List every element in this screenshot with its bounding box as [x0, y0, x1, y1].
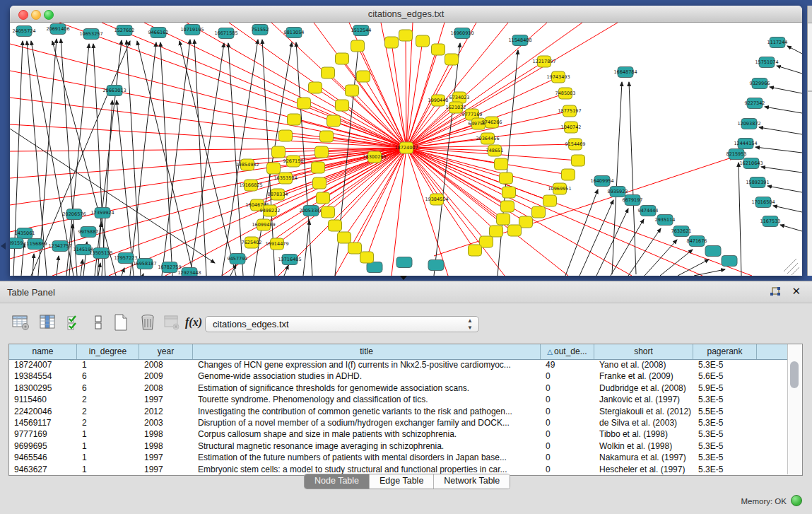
graph-node[interactable]: 2935114 — [655, 215, 676, 226]
network-window-titlebar[interactable]: citations_edges.txt — [10, 6, 802, 23]
graph-node[interactable]: 8215953 — [726, 149, 747, 160]
cell-pagerank[interactable]: 5.3E-5 — [693, 452, 757, 463]
cell-title[interactable]: Genome-wide association studies in ADHD. — [193, 370, 541, 382]
graph-node[interactable]: 39159 — [10, 238, 23, 249]
graph-node[interactable] — [288, 114, 301, 125]
new-table-icon[interactable] — [112, 313, 130, 332]
cell-title[interactable]: Investigating the contribution of common… — [193, 406, 541, 417]
graph-node[interactable]: 1512544 — [351, 25, 372, 36]
cell-out_de[interactable]: 0 — [541, 440, 594, 452]
graph-node[interactable] — [336, 100, 349, 111]
cell-out_de[interactable]: 0 — [541, 452, 594, 463]
cell-short[interactable]: Franke et al. (2009) — [594, 370, 693, 382]
graph-node[interactable] — [279, 130, 293, 141]
cell-title[interactable]: Changes of HCN gene expression and I(f) … — [193, 359, 541, 370]
graph-node[interactable] — [445, 54, 459, 65]
cell-in_degree[interactable]: 2 — [77, 394, 139, 405]
float-panel-icon[interactable] — [770, 286, 781, 298]
graph-node[interactable]: 20663013 — [102, 86, 126, 96]
cell-year[interactable]: 1997 — [139, 452, 193, 463]
cell-title[interactable]: Estimation of the future numbers of pati… — [193, 452, 541, 463]
graph-node[interactable]: 10969951 — [548, 183, 571, 194]
cell-in_degree[interactable]: 1 — [77, 428, 139, 440]
graph-node[interactable] — [351, 40, 365, 52]
cell-short[interactable]: Jankovic et al. (1997) — [594, 394, 693, 405]
column-header-title[interactable]: title — [193, 344, 541, 359]
graph-node[interactable]: 18775197 — [558, 105, 581, 117]
cell-year[interactable]: 1998 — [139, 428, 193, 440]
graph-node[interactable]: 7632621 — [671, 226, 692, 237]
graph-node[interactable] — [367, 262, 382, 273]
cell-name[interactable]: 18724007 — [9, 359, 77, 370]
cell-pagerank[interactable]: 5.3E-5 — [693, 428, 757, 440]
graph-node[interactable]: 12444154 — [734, 139, 757, 149]
cell-title[interactable]: Disruption of a novel member of a sodium… — [193, 417, 541, 428]
graph-node[interactable]: 748651 — [486, 145, 504, 156]
graph-node[interactable]: 8813054 — [284, 28, 305, 38]
cell-year[interactable]: 2003 — [139, 417, 193, 428]
graph-node[interactable]: 1527602 — [114, 25, 135, 36]
cell-year[interactable]: 1998 — [139, 440, 193, 452]
cell-in_degree[interactable]: 2 — [77, 406, 139, 417]
graph-node[interactable] — [309, 82, 322, 93]
graph-node[interactable]: 9474444 — [638, 206, 659, 216]
cell-out_de[interactable]: 0 — [541, 406, 594, 417]
cell-year[interactable]: 2009 — [139, 370, 193, 382]
table-settings-icon[interactable] — [11, 313, 30, 332]
tab-network-table[interactable]: Network Table — [434, 474, 510, 489]
graph-node[interactable] — [519, 216, 533, 228]
table-row[interactable]: 969969511998Structural magnetic resonanc… — [9, 440, 789, 452]
table-row[interactable]: 1456911722003Disruption of a novel membe… — [9, 417, 789, 428]
cell-year[interactable]: 1997 — [139, 464, 193, 475]
graph-node[interactable]: 751552 — [252, 25, 269, 35]
cell-short[interactable]: Hescheler et al. (1997) — [594, 464, 693, 475]
graph-node[interactable]: 1435061 — [15, 228, 35, 239]
cell-out_de[interactable]: 49 — [541, 359, 594, 370]
graph-node[interactable]: 11548408 — [508, 35, 531, 46]
graph-node[interactable] — [336, 53, 349, 64]
graph-node[interactable] — [562, 169, 575, 180]
graph-node[interactable] — [317, 192, 330, 204]
graph-node[interactable]: 24055724 — [12, 26, 35, 37]
cell-short[interactable]: Nakamura et al. (1997) — [594, 452, 693, 463]
cell-name[interactable]: 18300295 — [9, 382, 77, 394]
graph-node[interactable]: 9457791 — [228, 254, 248, 264]
cell-name[interactable]: 9115460 — [9, 394, 77, 405]
cell-pagerank[interactable]: 5.3E-5 — [693, 440, 757, 452]
cell-pagerank[interactable]: 5.9E-5 — [693, 382, 757, 394]
cell-out_de[interactable]: 0 — [541, 417, 594, 428]
cell-short[interactable]: Wolkin et al. (1998) — [594, 440, 693, 452]
cell-pagerank[interactable]: 5.5E-5 — [693, 406, 757, 417]
cell-out_de[interactable]: 0 — [541, 428, 594, 440]
cell-in_degree[interactable]: 1 — [77, 452, 139, 463]
cell-in_degree[interactable]: 6 — [77, 382, 139, 394]
graph-node[interactable]: 15751074 — [755, 57, 778, 68]
graph-node[interactable]: 9466162 — [148, 28, 169, 38]
graph-node[interactable]: 1117244 — [767, 37, 788, 48]
table-row[interactable]: 1938455462009Genome-wide association stu… — [9, 370, 789, 382]
cell-name[interactable]: 22420046 — [9, 406, 77, 417]
graph-node[interactable] — [322, 67, 335, 78]
graph-node[interactable] — [705, 246, 721, 257]
network-window[interactable]: citations_edges.txt 24055724206914061065… — [10, 6, 802, 276]
column-header-year[interactable]: year — [139, 344, 193, 359]
graph-node[interactable] — [348, 243, 362, 254]
graph-node[interactable]: 9227342 — [745, 98, 765, 109]
vertical-scrollbar[interactable] — [787, 344, 801, 474]
graph-node[interactable] — [338, 232, 351, 243]
graph-node[interactable] — [480, 236, 493, 247]
graph-node[interactable] — [322, 206, 335, 218]
graph-node[interactable]: 9975887 — [78, 227, 99, 238]
table-row[interactable]: 2242004622012Investigating the contribut… — [9, 406, 789, 417]
cell-pagerank[interactable]: 5.3E-5 — [693, 359, 757, 370]
cell-name[interactable]: 14569117 — [9, 417, 77, 428]
graph-node[interactable] — [298, 98, 311, 109]
graph-node[interactable]: 9329966 — [750, 78, 770, 89]
graph-node[interactable] — [360, 252, 374, 263]
column-header-out_de[interactable]: △out_de... — [541, 344, 594, 359]
graph-node[interactable]: 16960910 — [450, 28, 473, 39]
graph-node[interactable] — [722, 256, 737, 267]
graph-node[interactable] — [432, 44, 445, 55]
graph-node[interactable] — [532, 206, 546, 218]
graph-node[interactable]: 16210643 — [739, 158, 763, 169]
